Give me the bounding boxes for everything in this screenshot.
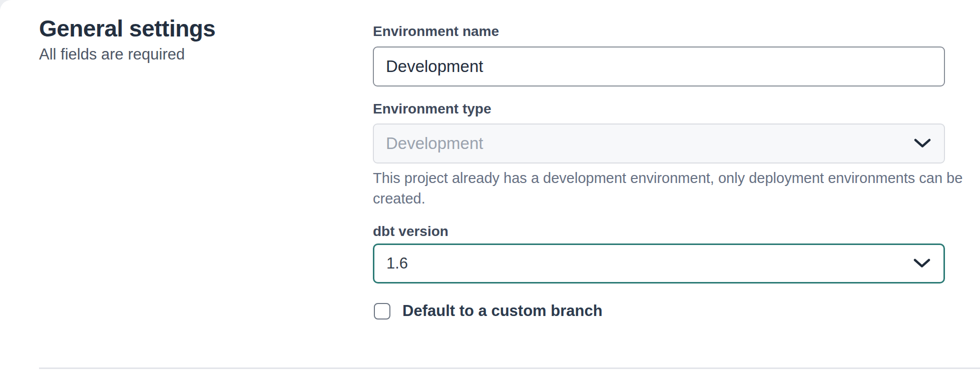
chevron-down-icon	[914, 138, 931, 148]
custom-branch-checkbox[interactable]	[374, 303, 390, 320]
general-settings-card: General settings All fields are required…	[0, 0, 980, 370]
page-title: General settings	[39, 15, 319, 42]
dbt-version-value: 1.6	[386, 254, 408, 272]
section-divider	[39, 368, 980, 369]
section-intro: General settings All fields are required	[39, 15, 319, 64]
environment-type-value: Development	[386, 134, 483, 153]
page-subtitle: All fields are required	[39, 45, 319, 64]
environment-name-label: Environment name	[373, 24, 499, 39]
chevron-down-icon	[913, 258, 930, 268]
dbt-version-select[interactable]: 1.6	[373, 244, 945, 284]
environment-name-input[interactable]	[373, 46, 945, 86]
environment-type-help-text: This project already has a development e…	[373, 168, 973, 209]
custom-branch-label: Default to a custom branch	[402, 302, 603, 320]
environment-type-select[interactable]: Development	[373, 124, 945, 164]
custom-branch-row[interactable]: Default to a custom branch	[374, 302, 603, 320]
dbt-version-label: dbt version	[373, 224, 448, 239]
environment-type-label: Environment type	[373, 102, 491, 116]
